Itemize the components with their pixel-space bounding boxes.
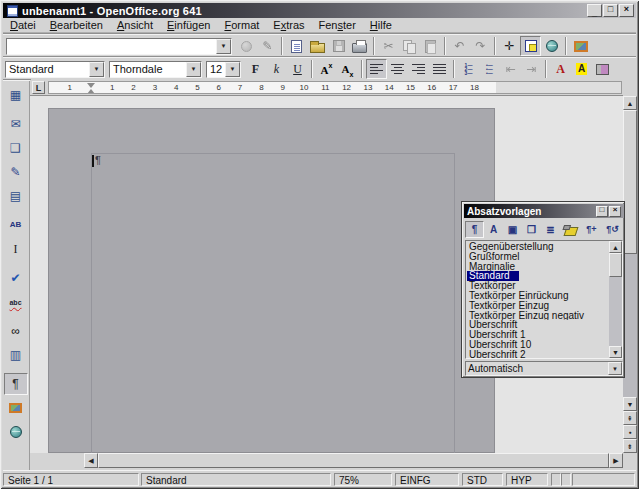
- menu-bearbeiten[interactable]: Bearbeiten: [43, 18, 110, 32]
- scroll-left-button[interactable]: ◀: [84, 453, 98, 468]
- font-color-button[interactable]: A: [550, 59, 571, 79]
- list-scroll-thumb[interactable]: [609, 253, 622, 277]
- indent-marker[interactable]: [87, 83, 96, 94]
- style-list-item[interactable]: Textkörper Einzug: [467, 301, 610, 311]
- close-button[interactable]: ×: [619, 4, 634, 17]
- style-list-item[interactable]: Marginalie: [467, 262, 610, 272]
- graphics-toggle-icon[interactable]: [4, 397, 28, 419]
- style-list-scrollbar[interactable]: ▲ ▼: [609, 241, 622, 358]
- tab-stop-selector[interactable]: L: [32, 81, 45, 94]
- zoom-level[interactable]: 75%: [334, 473, 392, 486]
- draw-functions-icon[interactable]: ✎: [4, 161, 28, 183]
- numbering-styles-tab[interactable]: ≣: [541, 221, 560, 238]
- cut-icon[interactable]: ✂: [378, 36, 399, 56]
- previous-page-button[interactable]: ⇞: [623, 411, 637, 425]
- style-filter-combobox[interactable]: Automatisch ▼: [465, 361, 623, 376]
- spellcheck-icon[interactable]: ✔: [4, 267, 28, 289]
- fill-format-mode-icon[interactable]: [560, 221, 581, 238]
- status-spare-2[interactable]: [561, 473, 571, 486]
- online-layout-icon[interactable]: [4, 421, 28, 443]
- italic-button[interactable]: k: [266, 59, 287, 79]
- autotext-icon[interactable]: AB: [4, 214, 28, 236]
- open-document-icon[interactable]: [307, 36, 328, 56]
- navigator-icon[interactable]: ✛: [499, 36, 520, 56]
- navigation-button[interactable]: ●: [623, 425, 637, 439]
- stylist-dock-button[interactable]: □: [596, 206, 608, 217]
- style-list[interactable]: GegenüberstellungGrußformelMarginalieSta…: [465, 240, 623, 359]
- status-spare-3[interactable]: [572, 473, 635, 486]
- style-list-item[interactable]: Überschrift 10: [467, 340, 610, 350]
- scroll-down-button[interactable]: ▼: [623, 397, 637, 411]
- fontsize-dropdown-button[interactable]: ▼: [225, 62, 240, 77]
- fontsize-combobox[interactable]: 12 ▼: [206, 61, 241, 78]
- menu-fenster[interactable]: Fenster: [312, 18, 363, 32]
- hyperlink-dialog-icon[interactable]: [541, 36, 562, 56]
- paragraph-styles-tab[interactable]: ¶: [465, 221, 484, 238]
- align-justify-button[interactable]: [429, 59, 450, 79]
- increase-indent-button[interactable]: ⇥: [521, 59, 542, 79]
- save-icon[interactable]: [328, 36, 349, 56]
- form-functions-icon[interactable]: ▤: [4, 185, 28, 207]
- list-scroll-down-button[interactable]: ▼: [609, 346, 622, 358]
- hyperlink-mode[interactable]: HYP: [506, 473, 548, 486]
- undo-icon[interactable]: ↶: [449, 36, 470, 56]
- page-styles-tab[interactable]: ❐: [522, 221, 541, 238]
- stylist-close-button[interactable]: ×: [609, 206, 621, 217]
- style-list-item[interactable]: Überschrift 2: [467, 350, 610, 359]
- superscript-button[interactable]: Ax: [316, 59, 337, 79]
- find-icon[interactable]: ∞: [4, 320, 28, 342]
- nonprinting-characters-icon[interactable]: ¶: [4, 373, 28, 395]
- stylist-icon[interactable]: [520, 36, 541, 56]
- underline-button[interactable]: U: [287, 59, 308, 79]
- style-list-item[interactable]: Überschrift 1: [467, 330, 610, 340]
- align-center-button[interactable]: [387, 59, 408, 79]
- list-scroll-up-button[interactable]: ▲: [609, 241, 622, 253]
- page-indicator[interactable]: Seite 1 / 1: [3, 473, 139, 486]
- url-dropdown-button[interactable]: ▼: [216, 39, 231, 54]
- menu-ansicht[interactable]: Ansicht: [110, 18, 160, 32]
- align-left-button[interactable]: [366, 59, 387, 79]
- style-list-item[interactable]: Textkörper Einzug negativ: [467, 311, 610, 321]
- stylist-window[interactable]: Absatzvorlagen □× ¶A▣❐≣ ¶+¶↺ Gegenüberst…: [461, 201, 625, 378]
- style-list-item[interactable]: Grußformel: [467, 252, 610, 262]
- autospell-icon[interactable]: abc: [4, 291, 28, 313]
- gallery-icon[interactable]: [570, 36, 591, 56]
- character-styles-tab[interactable]: A: [484, 221, 503, 238]
- copy-icon[interactable]: [399, 36, 420, 56]
- horizontal-scrollbar[interactable]: ◀ ▶: [84, 453, 623, 468]
- maximize-button[interactable]: □: [603, 4, 618, 17]
- style-dropdown-button[interactable]: ▼: [89, 62, 104, 77]
- frame-styles-tab[interactable]: ▣: [503, 221, 522, 238]
- insert-icon[interactable]: ▦: [4, 84, 28, 106]
- decrease-indent-button[interactable]: ⇤: [500, 59, 521, 79]
- title-bar[interactable]: unbenannt1 - OpenOffice.org 641 _□×: [3, 3, 636, 18]
- menu-einfgen[interactable]: Einfügen: [160, 18, 217, 32]
- minimize-button[interactable]: _: [587, 4, 602, 17]
- insert-object-icon[interactable]: ❑: [4, 137, 28, 159]
- style-combobox[interactable]: Standard ▼: [5, 61, 105, 78]
- highlighting-button[interactable]: A: [571, 59, 592, 79]
- data-sources-icon[interactable]: ▥: [4, 344, 28, 366]
- align-right-button[interactable]: [408, 59, 429, 79]
- scroll-right-button[interactable]: ▶: [609, 453, 623, 468]
- redo-icon[interactable]: ↷: [470, 36, 491, 56]
- style-list-item[interactable]: Textkörper Einrückung: [467, 291, 610, 301]
- paste-icon[interactable]: [420, 36, 441, 56]
- style-list-item[interactable]: Textkörper: [467, 281, 610, 291]
- style-list-item[interactable]: Überschrift: [467, 320, 610, 330]
- stylist-title-bar[interactable]: Absatzvorlagen □×: [464, 204, 624, 218]
- font-dropdown-button[interactable]: ▼: [186, 62, 201, 77]
- url-combobox[interactable]: ▼: [6, 38, 232, 55]
- font-combobox[interactable]: Thorndale ▼: [109, 61, 202, 78]
- style-filter-dropdown-button[interactable]: ▼: [608, 362, 622, 375]
- style-list-item[interactable]: Standard: [467, 271, 519, 281]
- edit-file-icon[interactable]: ✎: [257, 36, 278, 56]
- insert-fields-icon[interactable]: ✉: [4, 113, 28, 135]
- vertical-scrollbar[interactable]: ▲ ▼ ⇞ ● ⇟: [623, 96, 637, 453]
- subscript-button[interactable]: Ax: [337, 59, 358, 79]
- style-list-item[interactable]: Gegenüberstellung: [467, 242, 610, 252]
- selection-mode[interactable]: STD: [462, 473, 503, 486]
- horizontal-ruler[interactable]: 1123456789101112131415161718: [48, 81, 622, 94]
- bullets-button[interactable]: •— •— •—: [479, 59, 500, 79]
- menu-hilfe[interactable]: Hilfe: [363, 18, 399, 32]
